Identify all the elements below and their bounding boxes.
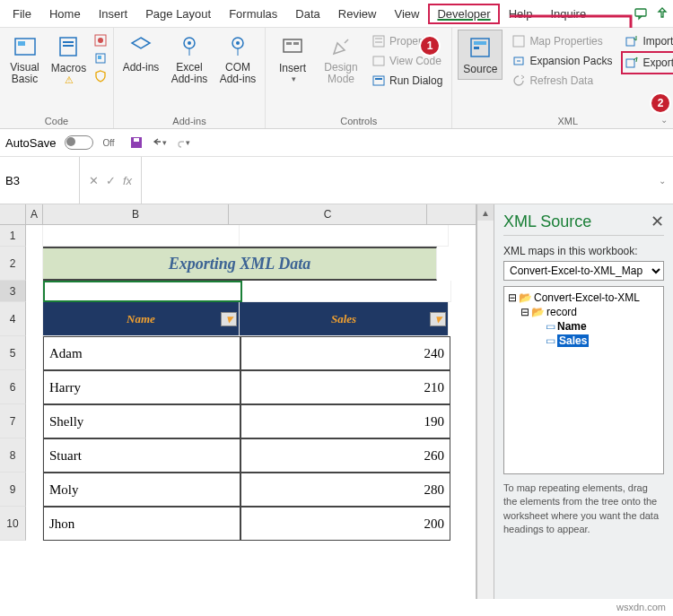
com-addins-button[interactable]: COM Add-ins xyxy=(216,30,259,89)
excel-addins-button[interactable]: Excel Add-ins xyxy=(168,30,211,89)
cell-name[interactable]: Jhon xyxy=(43,507,240,541)
scroll-up-icon[interactable]: ▲ xyxy=(477,204,494,221)
row-header[interactable]: 5 xyxy=(0,336,26,370)
enter-icon[interactable]: ✓ xyxy=(106,174,116,187)
refresh-icon xyxy=(511,74,526,88)
row-header[interactable]: 4 xyxy=(0,302,26,336)
close-icon[interactable]: ✕ xyxy=(651,212,664,231)
xml-map-select[interactable]: Convert-Excel-to-XML_Map xyxy=(503,261,664,281)
autosave-label: AutoSave xyxy=(5,136,56,150)
watermark: wsxdn.com xyxy=(616,602,666,612)
comments-icon[interactable] xyxy=(634,6,648,21)
row-header[interactable]: 9 xyxy=(0,473,26,507)
minus-icon[interactable]: ⊟ xyxy=(520,306,529,318)
svg-rect-0 xyxy=(635,9,646,16)
collapse-ribbon-icon[interactable]: ⌄ xyxy=(660,115,668,125)
undo-button[interactable] xyxy=(153,135,167,150)
tab-data[interactable]: Data xyxy=(286,4,328,24)
svg-rect-22 xyxy=(375,78,382,80)
worksheet-grid[interactable]: A B C 1 2 Exporting XML Data 3 4 Name xyxy=(0,204,476,599)
fx-icon[interactable]: fx xyxy=(123,174,132,187)
cell-name[interactable]: Shelly xyxy=(43,404,240,438)
cell-sales[interactable]: 210 xyxy=(240,370,450,404)
run-dialog-button[interactable]: Run Dialog xyxy=(368,71,446,91)
col-header-c[interactable]: C xyxy=(229,204,427,224)
xml-tree[interactable]: ⊟ 📂 Convert-Excel-to-XML ⊟ 📂 record ▭ Na… xyxy=(503,286,664,474)
tab-help[interactable]: Help xyxy=(500,4,542,24)
svg-rect-19 xyxy=(375,41,382,43)
vertical-scrollbar[interactable]: ▲ xyxy=(476,204,494,599)
label: Expansion Packs xyxy=(529,55,612,67)
tree-sales[interactable]: ▭ Sales xyxy=(508,334,660,348)
tree-root[interactable]: ⊟ 📂 Convert-Excel-to-XML xyxy=(508,291,660,305)
macro-security-icon[interactable] xyxy=(93,69,108,83)
refresh-data-button[interactable]: Refresh Data xyxy=(508,71,616,91)
label: Design Mode xyxy=(319,62,363,85)
svg-rect-21 xyxy=(373,76,384,85)
tab-inquire[interactable]: Inquire xyxy=(541,4,595,24)
row-header[interactable]: 2 xyxy=(0,247,26,281)
svg-rect-26 xyxy=(513,36,524,47)
import-button[interactable]: Import xyxy=(621,31,673,51)
filter-button[interactable]: ▾ xyxy=(221,312,237,326)
tab-view[interactable]: View xyxy=(385,4,428,24)
row-header[interactable]: 1 xyxy=(0,225,26,247)
name-box[interactable]: B3 xyxy=(0,157,80,204)
select-all-corner[interactable] xyxy=(0,204,26,224)
share-icon[interactable] xyxy=(655,6,669,21)
map-properties-button[interactable]: Map Properties xyxy=(508,31,616,51)
autosave-toggle[interactable] xyxy=(65,135,93,150)
redo-button[interactable] xyxy=(176,135,190,150)
row-header[interactable]: 3 xyxy=(0,281,26,302)
group-addins: Add-ins Excel Add-ins COM Add-ins Add-in… xyxy=(114,28,266,128)
export-button[interactable]: Export xyxy=(621,51,673,74)
visual-basic-button[interactable]: Visual Basic xyxy=(5,30,44,89)
insert-control-button[interactable]: Insert xyxy=(271,30,314,87)
cell-sales[interactable]: 190 xyxy=(240,404,450,438)
cell-sales[interactable]: 240 xyxy=(240,336,450,370)
tab-insert[interactable]: Insert xyxy=(90,4,137,24)
row-header[interactable]: 8 xyxy=(0,438,26,473)
cell-name[interactable]: Harry xyxy=(43,370,240,404)
cell-sales[interactable]: 260 xyxy=(240,438,450,473)
filter-button[interactable]: ▾ xyxy=(430,312,446,326)
row-header[interactable]: 7 xyxy=(0,404,26,438)
cell-name[interactable]: Adam xyxy=(43,336,240,370)
design-mode-button[interactable]: Design Mode xyxy=(319,30,363,89)
tab-review[interactable]: Review xyxy=(329,4,386,24)
addins-button[interactable]: Add-ins xyxy=(119,30,162,77)
row-header[interactable]: 6 xyxy=(0,370,26,404)
source-button[interactable]: Source xyxy=(458,30,503,80)
tree-record[interactable]: ⊟ 📂 record xyxy=(508,305,660,319)
xml-maps-label: XML maps in this workbook: xyxy=(503,245,664,257)
col-header-a[interactable]: A xyxy=(26,204,43,224)
minus-icon[interactable]: ⊟ xyxy=(508,291,517,304)
tab-page-layout[interactable]: Page Layout xyxy=(136,4,220,24)
cancel-icon[interactable]: ✕ xyxy=(89,174,99,187)
relative-refs-icon[interactable] xyxy=(93,51,108,65)
tab-formulas[interactable]: Formulas xyxy=(220,4,286,24)
com-addins-icon xyxy=(224,33,251,60)
cell-sales[interactable]: 200 xyxy=(240,507,450,541)
tab-home[interactable]: Home xyxy=(40,4,90,24)
svg-rect-18 xyxy=(375,38,382,39)
col-header-b[interactable]: B xyxy=(43,204,229,224)
cell-name[interactable]: Stuart xyxy=(43,438,240,473)
xml-source-pane: XML Source ✕ XML maps in this workbook: … xyxy=(494,204,673,599)
save-icon[interactable] xyxy=(129,135,144,150)
quick-access-toolbar: AutoSave Off xyxy=(0,129,673,157)
label: Macros xyxy=(51,62,86,74)
svg-rect-4 xyxy=(63,41,74,43)
expand-formula-icon[interactable]: ⌄ xyxy=(651,176,673,186)
annotation-badge-2: 2 xyxy=(650,92,671,114)
label: Insert xyxy=(279,62,306,74)
expansion-packs-button[interactable]: Expansion Packs xyxy=(508,51,616,71)
record-macro-icon[interactable] xyxy=(93,33,108,48)
tree-name[interactable]: ▭ Name xyxy=(508,319,660,334)
tab-developer[interactable]: Developer xyxy=(428,4,499,24)
macros-button[interactable]: Macros ⚠ xyxy=(49,30,88,90)
row-header[interactable]: 10 xyxy=(0,507,26,541)
cell-sales[interactable]: 280 xyxy=(240,473,450,507)
cell-name[interactable]: Moly xyxy=(43,473,240,507)
tab-file[interactable]: File xyxy=(4,4,40,24)
